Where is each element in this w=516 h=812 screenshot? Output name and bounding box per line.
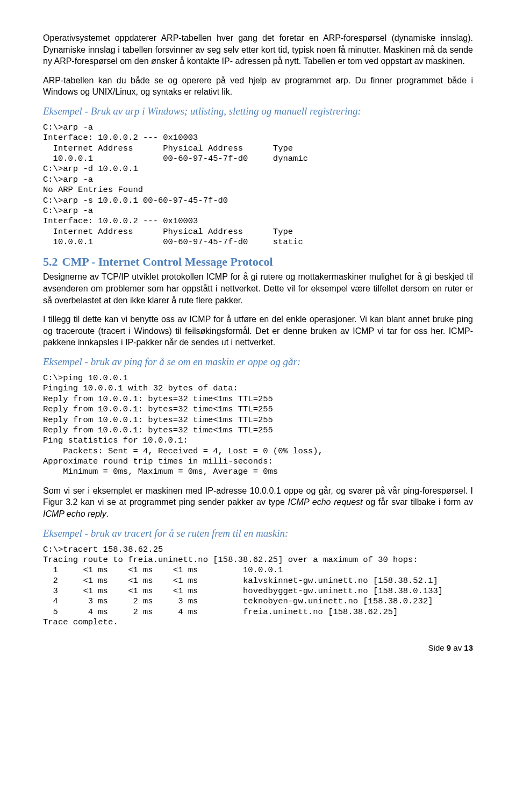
document-page: Operativsystemet oppdaterer ARP-tabellen… (0, 0, 516, 674)
text: . (106, 509, 109, 518)
example-heading: Eksempel - Bruk av arp i Windows; utlist… (43, 105, 473, 117)
paragraph: ARP-tabellen kan du både se og operere p… (43, 75, 473, 98)
section-number: 5.2 (43, 255, 58, 268)
page-number: 9 (447, 643, 451, 652)
paragraph: Som vi ser i eksemplet er maskinen med I… (43, 485, 473, 520)
page-footer: Side 9 av 13 (43, 643, 473, 652)
text: og får svar tilbake i form av (363, 497, 473, 507)
example-heading: Eksempel - bruk av ping for å se om en m… (43, 356, 473, 368)
code-block: C:\>tracert 158.38.62.25 Tracing route t… (43, 545, 473, 628)
code-block: C:\>arp -a Interface: 10.0.0.2 --- 0x100… (43, 123, 473, 248)
paragraph: I tillegg til dette kan vi benytte oss a… (43, 314, 473, 348)
code-block: C:\>ping 10.0.0.1 Pinging 10.0.0.1 with … (43, 373, 473, 478)
example-heading: Eksempel - bruk av tracert for å se rute… (43, 528, 473, 539)
paragraph: Operativsystemet oppdaterer ARP-tabellen… (43, 32, 473, 67)
italic-text: ICMP echo reply (43, 509, 106, 518)
footer-text: av (451, 643, 464, 652)
italic-text: ICMP echo request (288, 497, 363, 507)
total-pages: 13 (464, 643, 473, 652)
paragraph: Designerne av TCP/IP utviklet protokolle… (43, 271, 473, 306)
section-title: CMP - Internet Control Message Protocol (62, 255, 273, 268)
section-heading: 5.2CMP - Internet Control Message Protoc… (43, 255, 473, 269)
footer-text: Side (428, 643, 447, 652)
